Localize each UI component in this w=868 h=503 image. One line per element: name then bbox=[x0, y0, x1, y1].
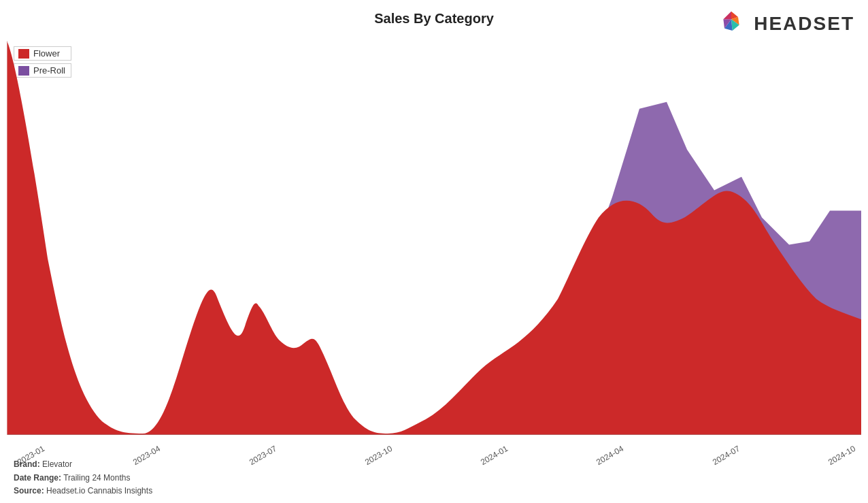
date-range-value: Trailing 24 Months bbox=[63, 473, 130, 483]
x-label-8: 2024-10 bbox=[827, 444, 857, 467]
source-value: Headset.io Cannabis Insights bbox=[46, 486, 152, 496]
brand-value: Elevator bbox=[42, 459, 72, 469]
source-label: Source: bbox=[14, 486, 44, 496]
footer-brand: Brand: Elevator bbox=[14, 458, 152, 471]
x-label-5: 2024-01 bbox=[479, 444, 510, 467]
page: HEADSET Sales By Category Flower Pre-Rol… bbox=[0, 0, 868, 503]
footer-source: Source: Headset.io Cannabis Insights bbox=[14, 485, 152, 498]
logo-area: HEADSET bbox=[714, 7, 854, 41]
brand-label: Brand: bbox=[14, 459, 40, 469]
x-label-3: 2023-07 bbox=[247, 444, 278, 467]
footer-date-range: Date Range: Trailing 24 Months bbox=[14, 472, 152, 485]
x-label-6: 2024-04 bbox=[595, 444, 625, 467]
chart-container bbox=[7, 41, 861, 435]
footer-info: Brand: Elevator Date Range: Trailing 24 … bbox=[14, 458, 152, 498]
headset-logo-icon bbox=[714, 7, 748, 41]
chart-svg bbox=[7, 41, 861, 435]
date-range-label: Date Range: bbox=[14, 473, 61, 483]
x-label-4: 2023-10 bbox=[363, 444, 394, 467]
logo-text: HEADSET bbox=[754, 13, 854, 35]
x-label-7: 2024-07 bbox=[711, 444, 741, 467]
